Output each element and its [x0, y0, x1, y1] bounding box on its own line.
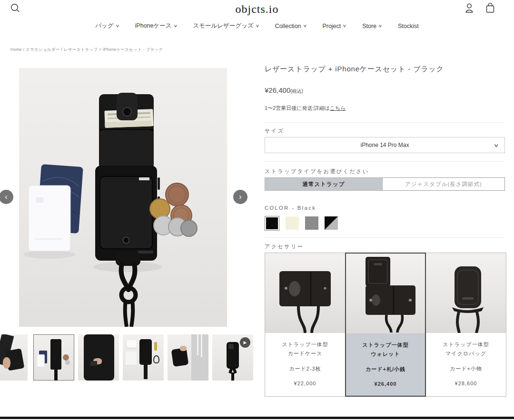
accessory-card-cardcase[interactable]: ストラップ一体型 カードケース カード2-3枚 ¥22,000 — [265, 253, 346, 397]
divider — [265, 122, 505, 123]
strap-type-options: 通常ストラップ アジャスタブル(長さ調節式) — [265, 177, 505, 191]
thumbnail-3[interactable] — [78, 334, 119, 381]
photo-shape — [50, 339, 61, 370]
accessory-price: ¥22,000 — [265, 381, 345, 386]
size-select[interactable]: iPhone 14 Pro Max ∨ — [265, 137, 505, 153]
swatch-black-selected[interactable] — [265, 216, 279, 231]
photo-shape — [153, 355, 159, 363]
photo-shape — [3, 357, 10, 369]
thumbnail-5[interactable] — [168, 334, 208, 381]
chevron-down-icon: ∨ — [115, 24, 119, 28]
nav-label: Stockist — [398, 23, 419, 29]
nav-label: iPhoneケース — [135, 22, 172, 30]
nav-label: スモールレザーグッズ — [193, 22, 253, 30]
accessory-price: ¥26,400 — [346, 381, 425, 387]
nav-item-collection[interactable]: Collection∨ — [275, 22, 306, 30]
photo-shape — [201, 334, 202, 357]
next-arrow-icon[interactable]: › — [233, 190, 247, 204]
accessory-spec: カード+小物 — [426, 365, 506, 372]
accessory-spec: カード+札/小銭 — [346, 366, 425, 373]
nav-label: Store — [362, 23, 376, 29]
size-label: サイズ — [265, 127, 284, 135]
swatch-fill — [266, 217, 278, 229]
prev-arrow-icon[interactable]: ‹ — [0, 190, 13, 204]
accessory-name-line2: ウォレット — [346, 350, 425, 359]
accessory-name-line2: カードケース — [265, 349, 345, 358]
photo-shape — [144, 365, 148, 379]
swatch-ivory[interactable] — [286, 216, 299, 230]
shipping-detail-link[interactable]: こちら — [330, 105, 346, 111]
accessory-info: ストラップ一体型 カードケース カード2-3枚 ¥22,000 — [265, 333, 345, 396]
accessory-spec: カード2-3枚 — [265, 365, 345, 372]
photo-strap — [116, 252, 140, 327]
accessory-card-wallet-selected[interactable]: ストラップ一体型 ウォレット カード+札/小銭 ¥26,400 — [345, 253, 426, 397]
thumbnail-1[interactable] — [0, 334, 28, 381]
shipping-note: 1〜2営業日後に発送:詳細はこちら — [265, 105, 505, 112]
product-page: objcts.io バッグ∨ iPhoneケース∨ スモールレザーグッズ∨ Co… — [0, 0, 514, 420]
nav-label: バッグ — [95, 22, 113, 30]
accessory-photo — [346, 254, 425, 333]
divider — [265, 237, 505, 238]
color-swatches — [265, 215, 338, 231]
thumbnail-4[interactable] — [123, 334, 164, 381]
account-icon[interactable] — [464, 3, 474, 13]
swatch-gray[interactable] — [305, 216, 318, 230]
product-photo-illustration — [19, 68, 227, 327]
bottom-bar — [0, 417, 514, 419]
photo-shape — [127, 340, 137, 348]
photo-shape — [90, 361, 97, 366]
accessory-name-line1: ストラップ一体型 — [346, 341, 425, 350]
photo-shape — [37, 354, 45, 367]
site-logo[interactable]: objcts.io — [0, 3, 514, 16]
divider — [265, 161, 505, 162]
accessory-name-line1: ストラップ一体型 — [265, 340, 345, 349]
accessory-photo-illustration — [265, 253, 345, 333]
size-selected-value: iPhone 14 Pro Max — [360, 142, 409, 148]
thumbnail-strip: ▶ — [0, 334, 257, 381]
swatch-black-gray-split[interactable] — [325, 216, 338, 230]
product-price: ¥26,400(税込) — [265, 86, 505, 95]
nav-item-bags[interactable]: バッグ∨ — [95, 22, 119, 30]
chevron-down-icon: ∨ — [378, 24, 383, 28]
nav-label: Project — [322, 23, 341, 29]
main-nav: バッグ∨ iPhoneケース∨ スモールレザーグッズ∨ Collection∨ … — [0, 22, 514, 30]
nav-label: Collection — [275, 23, 301, 29]
play-icon: ▶ — [240, 337, 250, 348]
photo-shape — [191, 334, 208, 381]
photo-wallet — [95, 93, 160, 261]
product-photo — [19, 68, 227, 327]
strap-option-adjustable[interactable]: アジャスタブル(長さ調節式) — [383, 177, 505, 191]
photo-shape — [231, 372, 234, 381]
cart-icon[interactable] — [485, 2, 495, 13]
thumbnail-2-selected[interactable] — [33, 334, 74, 381]
nav-item-iphone-cases[interactable]: iPhoneケース∨ — [135, 22, 177, 30]
thumbnail-6-video[interactable]: ▶ — [212, 334, 253, 381]
nav-item-small-leather-goods[interactable]: スモールレザーグッズ∨ — [193, 22, 258, 30]
breadcrumb[interactable]: Home / スマホショルダー / レザーストラップ + iPhoneケースセッ… — [10, 47, 163, 53]
chevron-down-icon: ∨ — [303, 24, 307, 28]
strap-type-label: ストラップタイプをお選びください — [265, 168, 369, 175]
accessory-name-line1: ストラップ一体型 — [426, 340, 506, 349]
nav-item-store[interactable]: Store∨ — [362, 22, 382, 30]
photo-shape — [84, 334, 114, 381]
nav-item-stockist[interactable]: Stockist — [398, 22, 419, 30]
accessory-name-line2: マイクロバッグ — [426, 349, 506, 358]
nav-item-project[interactable]: Project∨ — [322, 22, 346, 30]
chevron-down-icon: ∨ — [493, 143, 499, 148]
photo-cards — [29, 164, 83, 251]
accessory-photo-illustration — [426, 253, 506, 333]
accessory-info: ストラップ一体型 ウォレット カード+札/小銭 ¥26,400 — [346, 333, 425, 396]
photo-shape — [65, 360, 70, 365]
price-amount: ¥26,400 — [265, 86, 290, 94]
strap-option-normal[interactable]: 通常ストラップ — [265, 177, 383, 191]
photo-shape — [197, 334, 198, 355]
photo-shape — [54, 370, 58, 381]
accessory-card-microbag[interactable]: ストラップ一体型 マイクロバッグ カード+小物 ¥28,600 — [425, 253, 506, 397]
accessory-photo-illustration — [346, 254, 426, 332]
chevron-down-icon: ∨ — [343, 24, 347, 28]
accessory-cards: ストラップ一体型 カードケース カード2-3枚 ¥22,000 — [265, 253, 505, 397]
product-title: レザーストラップ + iPhoneケースセット - ブラック — [265, 65, 505, 74]
accessory-photo — [426, 253, 506, 333]
photo-shape — [126, 352, 137, 365]
chevron-down-icon: ∨ — [255, 24, 259, 28]
